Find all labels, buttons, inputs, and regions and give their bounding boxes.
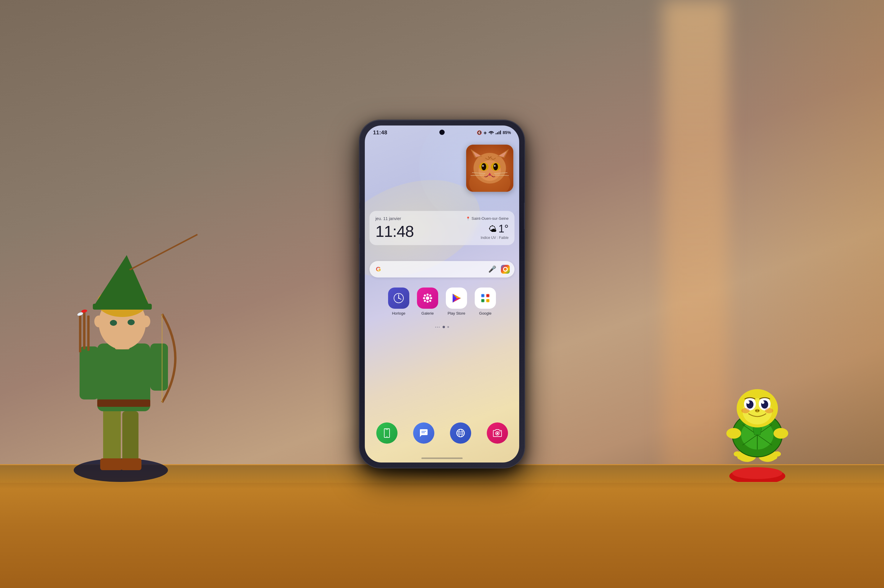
svg-rect-17 xyxy=(93,304,152,310)
app-horloge[interactable]: Horloge xyxy=(388,288,409,315)
svg-rect-21 xyxy=(79,314,81,352)
wooden-shelf xyxy=(0,464,884,588)
location-row: 📍 Saint-Ouen-sur-Seine xyxy=(466,216,509,220)
phone-screen: 11:48 🔇 ◈ xyxy=(365,126,519,462)
svg-rect-72 xyxy=(487,295,489,296)
app-google[interactable]: Google xyxy=(475,288,496,315)
svg-point-115 xyxy=(773,428,788,439)
svg-point-92 xyxy=(774,451,781,457)
cat-image xyxy=(466,145,513,192)
google-search-bar[interactable]: G 🎤 xyxy=(369,261,515,278)
google-lens-icon[interactable] xyxy=(501,265,510,274)
svg-point-76 xyxy=(386,436,387,437)
svg-point-42 xyxy=(493,163,498,170)
microphone-icon[interactable]: 🎤 xyxy=(488,266,496,273)
app-playstore[interactable]: Play Store xyxy=(446,288,467,315)
google-label: Google xyxy=(479,311,491,315)
google-g-letter: G xyxy=(376,266,381,273)
svg-point-15 xyxy=(128,320,135,325)
dock-phone-app[interactable] xyxy=(376,423,398,444)
koopa-figure xyxy=(722,376,792,482)
sound-icon: 🔇 xyxy=(477,130,482,135)
svg-point-54 xyxy=(426,296,429,300)
wifi-icon xyxy=(489,130,494,135)
svg-rect-3 xyxy=(100,458,122,470)
svg-point-61 xyxy=(429,294,431,296)
galerie-icon xyxy=(417,288,438,309)
dock-browser-app[interactable] xyxy=(450,423,471,444)
svg-rect-29 xyxy=(498,131,500,134)
svg-rect-4 xyxy=(121,458,141,470)
phone-body: 11:48 🔇 ◈ xyxy=(360,120,524,468)
volume-up-button[interactable] xyxy=(360,208,360,238)
svg-point-60 xyxy=(429,300,431,302)
svg-point-55 xyxy=(427,294,429,296)
front-camera xyxy=(439,130,445,135)
clock-time: 11:48 xyxy=(375,223,414,239)
page-line-3 xyxy=(439,327,440,328)
svg-rect-74 xyxy=(487,300,489,302)
svg-point-113 xyxy=(765,408,773,413)
location-icon: ◈ xyxy=(483,130,487,135)
svg-point-84 xyxy=(500,431,500,432)
mute-button[interactable] xyxy=(360,185,360,202)
svg-point-44 xyxy=(494,165,495,167)
location-pin-icon: 📍 xyxy=(466,216,470,220)
app-galerie[interactable]: Galerie xyxy=(417,288,438,315)
volume-down-button[interactable] xyxy=(360,244,360,273)
app-grid: Horloge xyxy=(365,288,519,315)
date-text: jeu. 11 janvier xyxy=(375,216,401,221)
svg-point-14 xyxy=(110,320,117,326)
svg-point-62 xyxy=(424,300,426,302)
link-figure xyxy=(35,211,206,482)
svg-point-12 xyxy=(141,315,150,327)
svg-point-86 xyxy=(732,467,782,479)
home-indicator[interactable] xyxy=(422,458,462,459)
weather-info: 🌤 1° Indice UV : Faible xyxy=(480,223,509,240)
page-dot-inactive xyxy=(447,326,449,328)
svg-point-26 xyxy=(491,134,491,134)
search-right-icons: 🎤 xyxy=(488,265,510,274)
svg-point-13 xyxy=(94,315,103,327)
temperature: 1° xyxy=(498,223,509,235)
svg-point-90 xyxy=(734,451,741,457)
battery-text: 85% xyxy=(503,130,511,135)
svg-line-19 xyxy=(130,234,197,270)
uv-index: Indice UV : Faible xyxy=(480,236,509,240)
svg-rect-71 xyxy=(482,295,483,296)
svg-rect-8 xyxy=(150,344,168,391)
lens-inner-circle xyxy=(503,267,508,272)
dock-messages-app[interactable] xyxy=(413,423,434,444)
svg-rect-6 xyxy=(97,399,150,407)
svg-point-112 xyxy=(741,408,750,413)
dock-camera-app[interactable] xyxy=(487,423,508,444)
galerie-label: Galerie xyxy=(422,311,434,315)
svg-point-41 xyxy=(482,163,486,170)
svg-rect-30 xyxy=(500,130,501,134)
svg-rect-28 xyxy=(497,132,498,134)
page-line-2 xyxy=(437,327,438,328)
svg-point-53 xyxy=(398,297,399,299)
phone: 11:48 🔇 ◈ xyxy=(360,120,524,468)
svg-rect-27 xyxy=(495,133,497,134)
svg-point-59 xyxy=(424,294,426,296)
svg-point-110 xyxy=(755,410,757,411)
svg-rect-23 xyxy=(87,315,90,351)
location-text: Saint-Ouen-sur-Seine xyxy=(471,216,509,220)
svg-point-114 xyxy=(726,428,741,439)
power-button[interactable] xyxy=(524,202,524,229)
svg-point-108 xyxy=(761,401,764,404)
dock xyxy=(368,418,516,448)
svg-rect-22 xyxy=(83,311,86,350)
playstore-label: Play Store xyxy=(447,311,465,315)
signal-icon xyxy=(495,130,501,135)
svg-point-57 xyxy=(423,297,425,299)
svg-point-107 xyxy=(747,401,750,404)
page-line-1 xyxy=(435,327,436,328)
status-icons: 🔇 ◈ xyxy=(477,130,511,135)
clock-weather-widget[interactable]: jeu. 11 janvier 📍 Saint-Ouen-sur-Seine 1… xyxy=(369,211,515,245)
horloge-label: Horloge xyxy=(392,311,405,315)
svg-point-43 xyxy=(482,165,484,167)
playstore-icon xyxy=(446,288,467,309)
cat-widget[interactable] xyxy=(466,145,513,192)
